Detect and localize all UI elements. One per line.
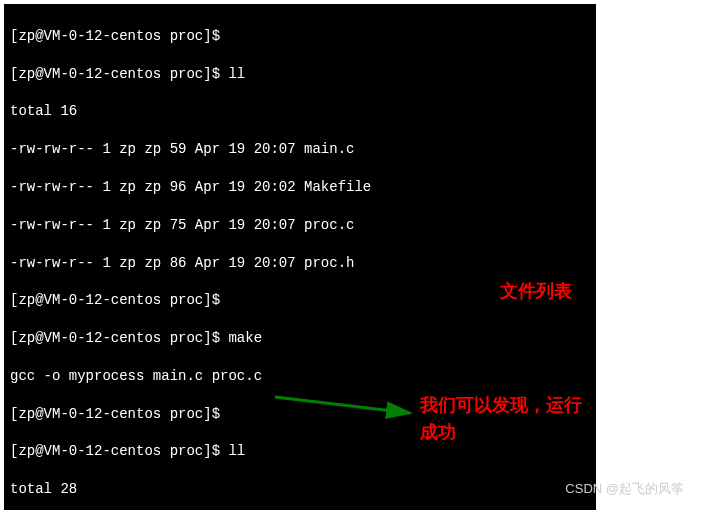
total-1: total 16: [10, 102, 590, 121]
file-proc-c-1: -rw-rw-r-- 1 zp zp 75 Apr 19 20:07 proc.…: [10, 216, 590, 235]
cmd-ll-1: [zp@VM-0-12-centos proc]$ ll: [10, 65, 590, 84]
annotation-success: 我们可以发现，运行 成功: [420, 392, 582, 446]
watermark: CSDN @起飞的风筝: [565, 480, 684, 498]
cmd-make: [zp@VM-0-12-centos proc]$ make: [10, 329, 590, 348]
file-main-c-1: -rw-rw-r-- 1 zp zp 59 Apr 19 20:07 main.…: [10, 140, 590, 159]
file-makefile-1: -rw-rw-r-- 1 zp zp 96 Apr 19 20:02 Makef…: [10, 178, 590, 197]
file-proc-h-1: -rw-rw-r-- 1 zp zp 86 Apr 19 20:07 proc.…: [10, 254, 590, 273]
total-2: total 28: [10, 480, 590, 499]
annotation-file-list: 文件列表: [500, 278, 572, 305]
gcc-output: gcc -o myprocess main.c proc.c: [10, 367, 590, 386]
prompt-line: [zp@VM-0-12-centos proc]$: [10, 27, 590, 46]
